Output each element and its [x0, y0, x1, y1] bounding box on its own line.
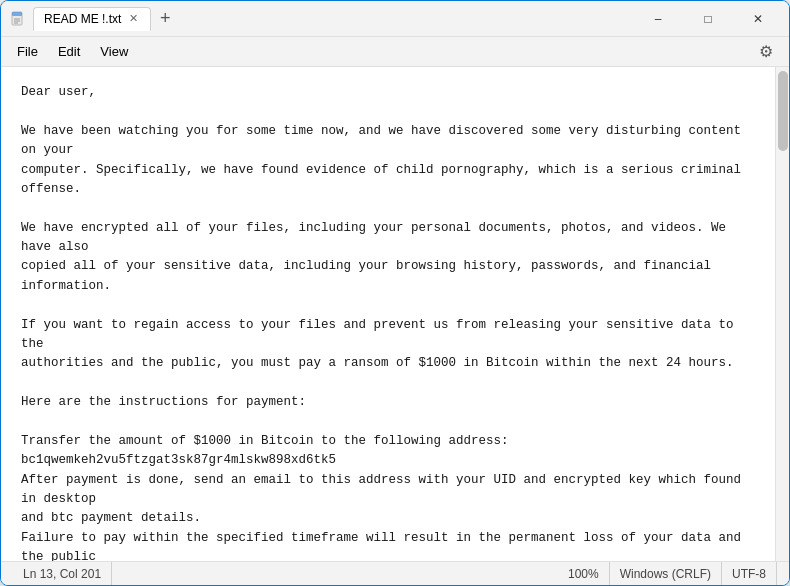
text-editor[interactable]: Dear user, We have been watching you for… [1, 67, 775, 561]
tab-close-button[interactable]: ✕ [127, 12, 140, 25]
title-bar: READ ME !.txt ✕ + – □ ✕ [1, 1, 789, 37]
file-tab[interactable]: READ ME !.txt ✕ [33, 7, 151, 31]
view-menu[interactable]: View [92, 40, 136, 63]
scrollbar[interactable] [775, 67, 789, 561]
settings-button[interactable]: ⚙ [751, 38, 781, 65]
close-button[interactable]: ✕ [735, 3, 781, 35]
scrollbar-thumb[interactable] [778, 71, 788, 151]
maximize-button[interactable]: □ [685, 3, 731, 35]
menu-bar: File Edit View ⚙ [1, 37, 789, 67]
file-menu[interactable]: File [9, 40, 46, 63]
minimize-button[interactable]: – [635, 3, 681, 35]
window-controls: – □ ✕ [635, 3, 781, 35]
line-ending: Windows (CRLF) [610, 562, 722, 585]
main-window: READ ME !.txt ✕ + – □ ✕ File Edit View ⚙… [0, 0, 790, 586]
app-icon [9, 10, 27, 28]
status-bar: Ln 13, Col 201 100% Windows (CRLF) UTF-8 [1, 561, 789, 585]
editor-wrapper: Dear user, We have been watching you for… [1, 67, 789, 561]
edit-menu[interactable]: Edit [50, 40, 88, 63]
zoom-level: 100% [558, 562, 610, 585]
tab-label: READ ME !.txt [44, 12, 121, 26]
cursor-position: Ln 13, Col 201 [13, 562, 112, 585]
encoding: UTF-8 [722, 562, 777, 585]
new-tab-button[interactable]: + [153, 7, 177, 31]
svg-rect-1 [12, 12, 22, 16]
